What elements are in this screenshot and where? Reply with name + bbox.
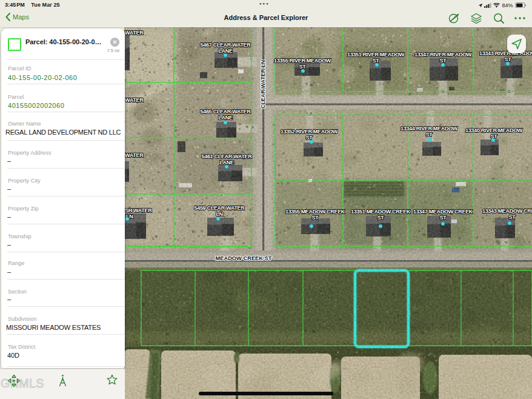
svg-text:13351 MEADOW CREEK: 13351 MEADOW CREEK xyxy=(351,209,411,215)
svg-text:ST: ST xyxy=(373,58,380,64)
svg-text:LANE: LANE xyxy=(218,115,233,121)
svg-text:LANE: LANE xyxy=(218,48,233,54)
svg-text:WATER: WATER xyxy=(125,30,144,36)
svg-text:5461 CLEAR WATER: 5461 CLEAR WATER xyxy=(201,153,252,159)
svg-text:ST: ST xyxy=(509,214,516,220)
svg-text:ST: ST xyxy=(312,215,319,221)
svg-text:5467 CLEAR WATER: 5467 CLEAR WATER xyxy=(200,42,251,48)
svg-text:CLEAR WATER LN: CLEAR WATER LN xyxy=(260,60,266,109)
svg-text:13340 RIVER MEADOW: 13340 RIVER MEADOW xyxy=(465,127,523,133)
svg-text:13343 MEADOW CREEK: 13343 MEADOW CREEK xyxy=(482,208,532,214)
svg-text:13355 MEADOW CREEK: 13355 MEADOW CREEK xyxy=(285,209,345,215)
svg-text:LN: LN xyxy=(216,211,222,217)
svg-text:ST: ST xyxy=(440,58,447,64)
svg-text:13352 RIVER MEADOW: 13352 RIVER MEADOW xyxy=(281,129,338,135)
svg-text:13355 RIVER MEADOW: 13355 RIVER MEADOW xyxy=(274,58,331,64)
svg-text:MEADOW CREEK ST: MEADOW CREEK ST xyxy=(216,255,272,261)
svg-text:5459 CLEAR WATER: 5459 CLEAR WATER xyxy=(194,205,245,211)
svg-text:ST: ST xyxy=(299,64,307,70)
svg-text:ST: ST xyxy=(505,56,512,62)
svg-text:ST: ST xyxy=(377,215,385,221)
svg-text:13344 RIVER MEADOW: 13344 RIVER MEADOW xyxy=(401,126,458,132)
svg-text:WATER: WATER xyxy=(125,97,144,103)
svg-text:LANE: LANE xyxy=(219,159,234,166)
svg-text:5465 CLEAR WATER: 5465 CLEAR WATER xyxy=(200,109,251,115)
svg-text:13351 RIVER MEADOW: 13351 RIVER MEADOW xyxy=(347,52,405,58)
svg-text:13347 RIVER MEADOW: 13347 RIVER MEADOW xyxy=(414,52,472,58)
svg-text:WATER: WATER xyxy=(125,152,144,158)
svg-text:ST: ST xyxy=(426,132,433,138)
svg-text:13347 MEADOW CREEK: 13347 MEADOW CREEK xyxy=(413,209,473,215)
svg-text:SH WATER: SH WATER xyxy=(125,207,152,213)
svg-text:ST: ST xyxy=(440,215,447,221)
svg-text:ST: ST xyxy=(306,135,313,141)
